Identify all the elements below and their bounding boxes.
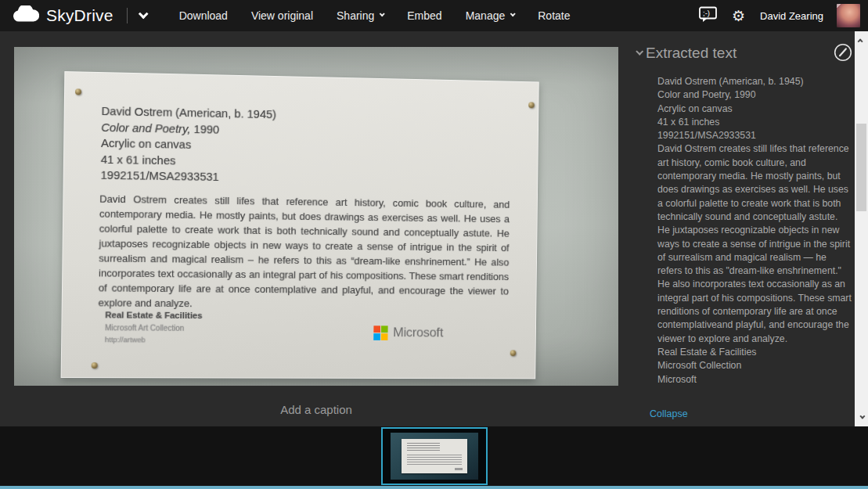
panel-title: Extracted text (646, 45, 737, 62)
menu-item-embed[interactable]: Embed (407, 9, 441, 22)
menu-item-view-original[interactable]: View original (251, 9, 313, 22)
brand-divider (127, 8, 128, 23)
top-right-controls: ;-) ⚙ David Zearing (698, 4, 860, 27)
collapse-link[interactable]: Collapse (650, 408, 688, 419)
scroll-thumb[interactable] (856, 124, 866, 211)
extracted-line: David Ostrem (American, b. 1945) (657, 75, 852, 88)
menu-label: View original (251, 9, 313, 22)
menu-label: Manage (466, 9, 506, 22)
menu-item-sharing[interactable]: Sharing (337, 9, 384, 22)
filmstrip (0, 426, 868, 486)
plaque-footer: Real Estate & Facilities Microsoft Art C… (105, 310, 203, 343)
extracted-line: 41 x 61 inches (657, 116, 852, 129)
extracted-line: Microsoft Collection (657, 359, 852, 372)
museum-plaque: David Ostrem (American, b. 1945) Color a… (61, 71, 539, 379)
extracted-text-header[interactable]: Extracted text (636, 45, 737, 62)
microsoft-squares-icon (373, 325, 387, 340)
menu-label: Download (179, 9, 228, 22)
extracted-text-content: David Ostrem (American, b. 1945) Color a… (657, 75, 852, 387)
menu-label: Rotate (538, 9, 570, 22)
svg-text:;-): ;-) (703, 9, 710, 17)
extracted-line: Acrylic on canvas (657, 102, 852, 116)
chevron-down-icon (510, 11, 516, 16)
microsoft-logo: Microsoft (373, 325, 443, 340)
chevron-down-icon (380, 11, 385, 16)
app-chevron-down-icon[interactable] (138, 9, 148, 19)
extracted-paragraph: David Ostrem creates still lifes that re… (657, 142, 852, 345)
extracted-line: Color and Poetry, 1990 (657, 88, 852, 102)
extracted-line: Microsoft (657, 373, 852, 387)
user-avatar[interactable] (837, 4, 860, 27)
plaque-collection: Microsoft Art Collection (105, 323, 202, 333)
skydrive-photo-viewer: SkyDrive Download View original Sharing … (0, 0, 868, 489)
skydrive-logo[interactable]: SkyDrive (13, 5, 146, 26)
plaque-id-line: 1992151/MSA2933531 (100, 167, 276, 186)
extracted-line: Real Estate & Facilities (657, 346, 852, 359)
extracted-line: 1992151/MSA2933531 (657, 129, 852, 142)
menu-label: Sharing (337, 9, 374, 22)
scroll-down-button[interactable] (855, 411, 868, 424)
viewer-stage: David Ostrem (American, b. 1945) Color a… (0, 31, 868, 426)
bottom-accent-bar (0, 486, 868, 489)
command-menu: Download View original Sharing Embed Man… (179, 9, 571, 22)
scroll-up-button[interactable] (855, 34, 868, 47)
thumbnail-selected[interactable] (381, 427, 488, 485)
menu-item-manage[interactable]: Manage (466, 9, 515, 22)
app-title: SkyDrive (46, 6, 113, 25)
screw-icon (75, 88, 81, 95)
thumbnail-plaque (402, 439, 467, 473)
plaque-url: http://artweb (105, 335, 202, 344)
screw-icon (528, 102, 535, 108)
plaque-title-year: 1990 (193, 122, 219, 135)
screw-icon (92, 362, 98, 369)
edit-pencil-icon[interactable] (833, 42, 853, 63)
artwork-photo[interactable]: David Ostrem (American, b. 1945) Color a… (14, 47, 618, 386)
user-name[interactable]: David Zearing (760, 10, 823, 22)
caption-input[interactable]: Add a caption (14, 403, 618, 416)
screw-icon (510, 350, 517, 356)
thumbnail-photo (391, 433, 478, 480)
panel-scrollbar[interactable] (855, 31, 868, 426)
settings-gear-icon[interactable]: ⚙ (732, 9, 745, 23)
cloud-icon (13, 5, 39, 26)
top-bar: SkyDrive Download View original Sharing … (0, 0, 868, 31)
plaque-department: Real Estate & Facilities (105, 310, 202, 320)
menu-item-download[interactable]: Download (179, 9, 228, 22)
plaque-header: David Ostrem (American, b. 1945) Color a… (100, 103, 276, 186)
menu-label: Embed (407, 9, 441, 22)
microsoft-wordmark: Microsoft (393, 325, 443, 340)
plaque-title-italic: Color and Poetry, (101, 120, 190, 135)
feedback-smiley-icon[interactable]: ;-) (698, 5, 719, 27)
plaque-body-paragraph: David Ostrem creates still lifes that re… (98, 192, 510, 313)
collapse-chevron-icon (636, 48, 643, 56)
menu-item-rotate[interactable]: Rotate (538, 9, 570, 22)
